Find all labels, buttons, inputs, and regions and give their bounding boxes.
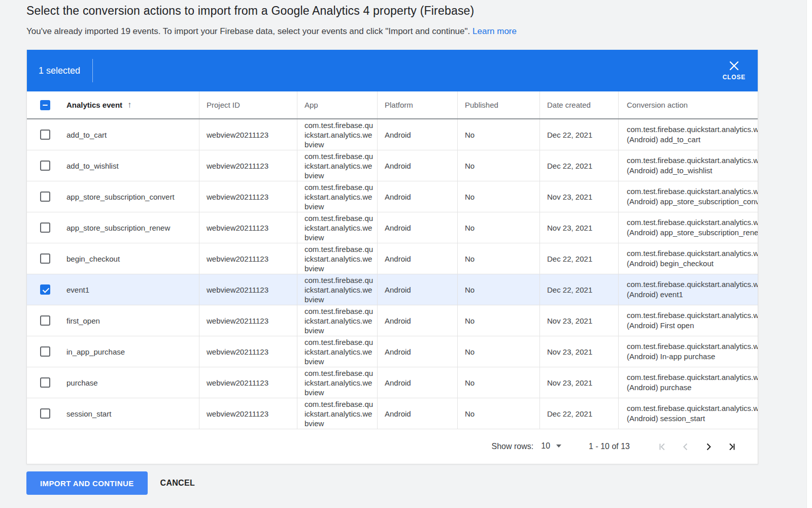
row-checkbox[interactable]	[40, 346, 50, 357]
app-package-value: com.test.firebase.quickstart.analytics.w…	[304, 337, 377, 366]
select-all-checkbox[interactable]	[40, 100, 50, 110]
events-table-card: 1 selected CLOSE Analytics event ↑ Proje…	[26, 50, 758, 464]
column-header-project-id[interactable]: Project ID	[207, 101, 240, 109]
app-package-value: com.test.firebase.quickstart.analytics.w…	[304, 275, 377, 304]
analytics-event-name: first_open	[66, 316, 100, 325]
platform-value: Android	[385, 347, 411, 356]
first-page-button	[654, 439, 669, 454]
app-package-value: com.test.firebase.quickstart.analytics.w…	[304, 182, 377, 211]
column-header-conversion-action[interactable]: Conversion action	[627, 101, 688, 109]
selection-bar: 1 selected CLOSE	[27, 50, 758, 91]
column-header-platform[interactable]: Platform	[385, 101, 413, 109]
platform-value: Android	[385, 378, 411, 387]
project-id-value: webview20211123	[207, 378, 268, 387]
row-checkbox[interactable]	[40, 315, 50, 326]
cancel-button[interactable]: CANCEL	[160, 479, 195, 488]
table-body: add_to_cart webview20211123 com.test.fir…	[27, 119, 758, 429]
row-checkbox[interactable]	[40, 253, 50, 264]
date-created-value: Dec 22, 2021	[547, 285, 592, 294]
date-created-value: Dec 22, 2021	[547, 162, 592, 170]
published-value: No	[465, 285, 475, 294]
app-package-value: com.test.firebase.quickstart.analytics.w…	[304, 306, 377, 335]
date-created-value: Dec 22, 2021	[547, 255, 592, 263]
platform-value: Android	[385, 316, 411, 325]
import-and-continue-button[interactable]: IMPORT AND CONTINUE	[26, 471, 148, 495]
row-checkbox[interactable]	[40, 161, 50, 171]
show-rows-dropdown[interactable]: 10	[540, 440, 562, 453]
next-page-button[interactable]	[701, 439, 716, 454]
platform-value: Android	[385, 255, 411, 263]
table-row: app_store_subscription_convert webview20…	[27, 181, 758, 212]
published-value: No	[465, 162, 475, 170]
date-created-value: Dec 22, 2021	[547, 409, 592, 418]
subtitle-text: You've already imported 19 events. To im…	[26, 26, 470, 36]
show-rows-label: Show rows:	[492, 442, 534, 451]
project-id-value: webview20211123	[207, 255, 268, 263]
page-title: Select the conversion actions to import …	[26, 4, 812, 18]
app-package-value: com.test.firebase.quickstart.analytics.w…	[304, 151, 377, 180]
table-row: begin_checkout webview20211123 com.test.…	[27, 243, 758, 274]
date-created-value: Nov 23, 2021	[547, 316, 592, 325]
conversion-action-name: (Android) add_to_cart	[627, 135, 758, 145]
last-page-button[interactable]	[724, 439, 739, 454]
date-created-value: Nov 23, 2021	[547, 224, 592, 232]
table-row: in_app_purchase webview20211123 com.test…	[27, 336, 758, 367]
platform-value: Android	[385, 285, 411, 294]
row-checkbox[interactable]	[40, 130, 50, 140]
table-row: add_to_cart webview20211123 com.test.fir…	[27, 119, 758, 150]
platform-value: Android	[385, 193, 411, 201]
analytics-event-name: begin_checkout	[66, 255, 120, 263]
table-header-row: Analytics event ↑ Project ID App Platfor…	[27, 91, 758, 119]
dialog-actions: IMPORT AND CONTINUE CANCEL	[26, 471, 812, 495]
close-label: CLOSE	[723, 74, 746, 81]
close-button[interactable]: CLOSE	[722, 58, 747, 83]
project-id-value: webview20211123	[207, 224, 268, 232]
conversion-action-package: com.test.firebase.quickstart.analytics.w…	[627, 217, 758, 228]
dropdown-arrow-icon	[556, 444, 561, 448]
pagination-range: 1 - 10 of 13	[589, 442, 630, 451]
table-row: event1 webview20211123 com.test.firebase…	[27, 274, 758, 305]
project-id-value: webview20211123	[207, 347, 268, 356]
app-package-value: com.test.firebase.quickstart.analytics.w…	[304, 120, 377, 149]
row-checkbox[interactable]	[40, 408, 50, 419]
analytics-event-name: purchase	[66, 378, 98, 387]
analytics-event-name: in_app_purchase	[66, 347, 125, 356]
pagination-controls	[654, 439, 739, 454]
scrollbar[interactable]	[806, 0, 812, 508]
analytics-event-name: add_to_wishlist	[66, 162, 119, 170]
conversion-action-package: com.test.firebase.quickstart.analytics.w…	[627, 279, 758, 290]
row-checkbox[interactable]	[40, 223, 50, 233]
project-id-value: webview20211123	[207, 162, 268, 170]
conversion-action-name: (Android) app_store_subscription_convert	[627, 197, 758, 207]
published-value: No	[465, 131, 475, 139]
column-header-published[interactable]: Published	[465, 101, 498, 109]
table-row: session_start webview20211123 com.test.f…	[27, 398, 758, 429]
date-created-value: Nov 23, 2021	[547, 347, 592, 356]
column-header-analytics-event[interactable]: Analytics event	[66, 101, 122, 109]
published-value: No	[465, 378, 475, 387]
row-checkbox[interactable]	[40, 284, 50, 295]
chevron-left-icon	[682, 443, 689, 451]
conversion-action-package: com.test.firebase.quickstart.analytics.w…	[627, 124, 758, 135]
table-row: add_to_wishlist webview20211123 com.test…	[27, 150, 758, 181]
app-package-value: com.test.firebase.quickstart.analytics.w…	[304, 213, 377, 242]
published-value: No	[465, 193, 475, 201]
first-page-icon	[658, 443, 666, 451]
table-row: purchase webview20211123 com.test.fireba…	[27, 367, 758, 398]
published-value: No	[465, 316, 475, 325]
row-checkbox[interactable]	[40, 192, 50, 202]
table-row: app_store_subscription_renew webview2021…	[27, 212, 758, 243]
close-icon	[729, 60, 739, 71]
row-checkbox[interactable]	[40, 377, 50, 388]
last-page-icon	[728, 443, 736, 451]
previous-page-button	[678, 439, 693, 454]
table-row: first_open webview20211123 com.test.fire…	[27, 305, 758, 336]
conversion-action-name: (Android) app_store_subscription_renew	[627, 228, 758, 238]
column-header-date-created[interactable]: Date created	[547, 101, 591, 109]
conversion-action-name: (Android) session_start	[627, 414, 758, 424]
learn-more-link[interactable]: Learn more	[472, 26, 517, 36]
column-header-app[interactable]: App	[304, 101, 318, 109]
conversion-action-package: com.test.firebase.quickstart.analytics.w…	[627, 341, 758, 352]
app-package-value: com.test.firebase.quickstart.analytics.w…	[304, 244, 377, 273]
conversion-action-package: com.test.firebase.quickstart.analytics.w…	[627, 155, 758, 166]
